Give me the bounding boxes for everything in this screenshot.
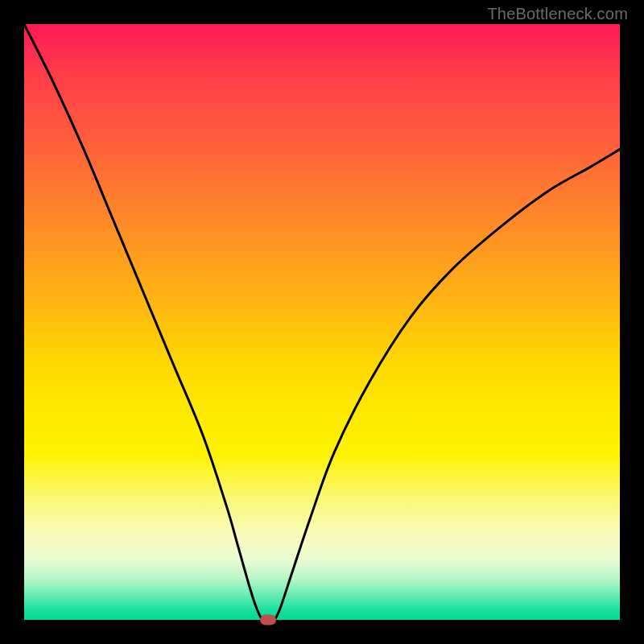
plot-area <box>24 24 620 620</box>
chart-frame: TheBottleneck.com <box>0 0 644 644</box>
optimal-point-marker <box>260 615 276 625</box>
attribution-label: TheBottleneck.com <box>487 5 628 23</box>
bottleneck-curve <box>24 24 620 620</box>
